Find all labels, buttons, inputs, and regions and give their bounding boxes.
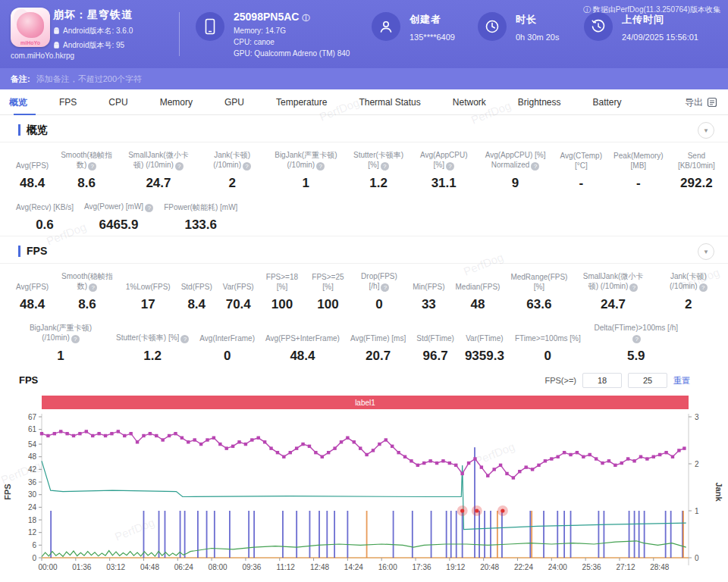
metric-value: 5.9 <box>627 349 645 364</box>
tab-bar: 概览FPSCPUMemoryGPUTemperatureThermal Stat… <box>0 89 728 115</box>
fps-marker <box>59 430 62 433</box>
help-icon[interactable]: ? <box>381 283 389 292</box>
note-bar[interactable]: 备注: 添加备注，不超过200个字符 <box>0 68 728 89</box>
fps-marker <box>416 464 419 467</box>
metric-label: Avg(AppCPU) [%]? <box>417 150 471 171</box>
metric-value: 48.4 <box>20 297 45 312</box>
metric-value: 24.7 <box>601 297 626 312</box>
interframe-line <box>42 541 686 557</box>
help-icon[interactable]: ? <box>243 162 251 171</box>
x-tick: 04:48 <box>140 563 159 571</box>
fps-marker <box>677 449 680 452</box>
y-tick-left: 18 <box>28 516 37 524</box>
tab-network[interactable]: Network <box>437 89 502 115</box>
fps-marker <box>576 451 579 454</box>
fps-marker <box>301 443 304 446</box>
fps-marker <box>658 453 661 456</box>
metric-label: Var(FPS) <box>223 282 254 292</box>
metric-label: Delta(FTime)>100ms [/h]? <box>592 323 681 343</box>
overview-metric: Avg(AppCPU) [%]?31.1 <box>412 150 476 191</box>
tab-概览[interactable]: 概览 <box>6 89 43 115</box>
help-icon[interactable]: ? <box>699 283 708 292</box>
help-icon[interactable]: ? <box>446 162 454 171</box>
help-icon[interactable]: ? <box>175 162 184 171</box>
y-tick-right: 1 <box>695 507 699 515</box>
x-tick: 14:24 <box>344 563 363 571</box>
tab-memory[interactable]: Memory <box>144 89 209 115</box>
fps-metric: Min(FPS)33 <box>407 282 450 312</box>
fps-marker <box>85 430 88 433</box>
help-icon[interactable]: ? <box>632 335 641 343</box>
fps-marker <box>645 457 648 460</box>
metric-label: Jank(卡顿) (/10min)? <box>659 271 718 292</box>
metric-label: Min(FPS) <box>413 282 444 292</box>
overview-metric: Peak(Memory) [MB]- <box>607 151 670 191</box>
metric-label: Jank(卡顿) (/10min)? <box>203 150 261 171</box>
metric-value: 1 <box>303 176 309 191</box>
metric-value: 100 <box>317 297 338 312</box>
help-icon[interactable]: ? <box>180 335 189 343</box>
tab-gpu[interactable]: GPU <box>209 89 260 115</box>
fps-marker <box>652 455 655 458</box>
reset-link[interactable]: 重置 <box>673 375 690 386</box>
help-icon[interactable]: ? <box>89 283 97 292</box>
overview-metric: Avg(Power) [mW]?6465.9 <box>79 202 158 233</box>
tab-temperature[interactable]: Temperature <box>260 89 343 115</box>
x-tick: 12:48 <box>310 563 329 571</box>
tab-brightness[interactable]: Brightness <box>502 89 577 115</box>
help-icon[interactable]: ? <box>381 162 389 171</box>
fps-metric: FPS>=25 [%]100 <box>305 272 351 312</box>
fps-metric: 1%Low(FPS)17 <box>121 282 176 312</box>
export-button[interactable]: 导出 <box>685 89 717 115</box>
y-tick-right: 0 <box>695 554 699 562</box>
clock-icon <box>478 12 507 41</box>
help-icon[interactable]: ? <box>71 335 80 343</box>
metric-label: BigJank(严重卡顿) (/10min)? <box>16 323 105 343</box>
fps-marker <box>263 440 266 443</box>
metric-value: 48 <box>470 297 485 312</box>
header-divider <box>179 12 180 56</box>
fps-marker <box>626 457 629 460</box>
fps-section: FPS ▼ Avg(FPS)48.4Smooth(稳帧指数)?8.61%Low(… <box>0 236 728 582</box>
fps-metric: Jank(卡顿) (/10min)?2 <box>654 271 723 312</box>
y-axis-label-left: FPS <box>3 483 12 499</box>
help-icon[interactable]: ? <box>88 162 96 171</box>
metric-label: FTime>=100ms [%] <box>515 333 581 343</box>
fps-threshold-input-1[interactable] <box>582 373 622 388</box>
tab-fps[interactable]: FPS <box>43 89 93 115</box>
help-icon[interactable]: ? <box>145 204 153 212</box>
x-tick: 19:12 <box>446 563 465 571</box>
y-tick-left: 61 <box>28 425 37 433</box>
fps-marker <box>187 440 190 443</box>
overview-metric: SmallJank(微小卡顿) (/10min)?24.7 <box>119 150 198 191</box>
help-icon[interactable]: ? <box>629 283 638 292</box>
fps-jank-chart[interactable]: 0612182430364248546167012300:0001:3603:1… <box>0 412 728 582</box>
fps-threshold-input-2[interactable] <box>628 373 667 388</box>
metric-label: Stutter(卡顿率) [%]? <box>116 333 189 343</box>
help-icon[interactable]: ? <box>316 162 325 171</box>
package-name: com.miHoYo.hkrpg <box>11 52 74 60</box>
tab-cpu[interactable]: CPU <box>93 89 143 115</box>
overview-metric: BigJank(严重卡顿) (/10min)?1 <box>266 150 345 191</box>
overview-collapse-button[interactable]: ▼ <box>698 122 714 139</box>
device-info-icon[interactable]: ⓘ <box>302 14 309 22</box>
fps-marker <box>333 446 336 449</box>
tab-battery[interactable]: Battery <box>577 89 638 115</box>
x-tick: 01:36 <box>72 563 91 571</box>
tab-thermal-status[interactable]: Thermal Status <box>343 89 436 115</box>
bigjank-marker <box>475 508 479 512</box>
fps-marker <box>435 462 438 465</box>
overview-metric: Avg(CTemp)[°C]- <box>555 151 607 191</box>
fps-marker <box>563 451 566 454</box>
android-icon <box>53 42 60 49</box>
fps-marker <box>346 436 349 440</box>
fps-marker <box>117 430 120 433</box>
x-tick: 20:48 <box>480 563 499 571</box>
fps-marker <box>473 457 476 460</box>
fps-marker <box>237 440 240 443</box>
fps-collapse-button[interactable]: ▼ <box>698 243 714 260</box>
help-icon[interactable]: ? <box>531 162 539 171</box>
overview-metric: Avg(AppCPU) [%] Normalized?9 <box>476 150 555 191</box>
android-version-code: Android版本号: 95 <box>63 40 124 51</box>
x-tick: 27:12 <box>616 563 635 571</box>
